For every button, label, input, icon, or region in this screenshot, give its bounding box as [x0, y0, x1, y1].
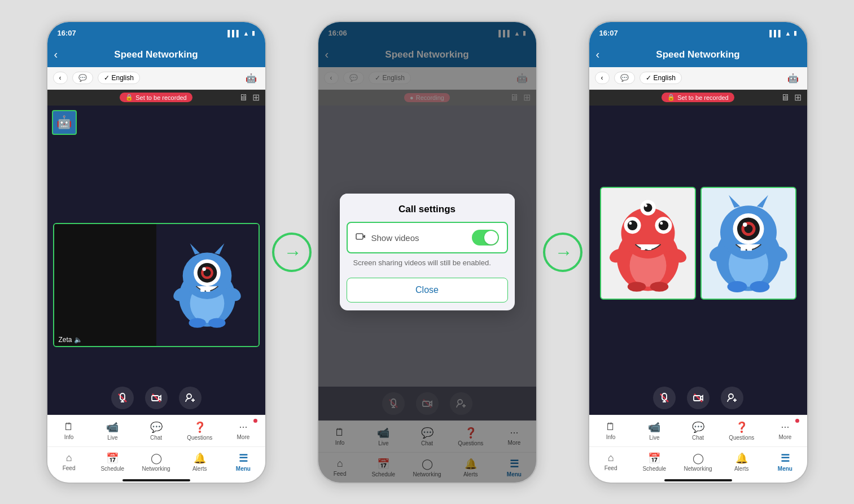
nav-feed-label-right: Feed — [605, 465, 617, 471]
tab-info-label-right: Info — [606, 434, 616, 440]
svg-point-36 — [658, 221, 668, 231]
dialog-title: Call settings — [340, 194, 515, 222]
svg-rect-56 — [741, 244, 746, 251]
svg-marker-13 — [214, 243, 224, 255]
avatar-icon-left[interactable]: 🤖 — [243, 72, 260, 85]
toolbar-left: ‹ 💬 ✓ English 🤖 — [47, 67, 265, 90]
nav-menu-left[interactable]: ☰ Menu — [221, 447, 265, 477]
nav-feed-left[interactable]: ⌂ Feed — [47, 447, 91, 477]
battery-icon: ▮ — [252, 29, 255, 37]
checkmark-icon: ✓ — [104, 74, 110, 82]
nav-feed-right[interactable]: ⌂ Feed — [589, 447, 633, 477]
nav-menu-label-left: Menu — [236, 466, 251, 472]
back-button-left[interactable]: ‹ — [54, 48, 58, 61]
status-bar-right: 16:07 ▌▌▌ ▲ ▮ — [589, 22, 807, 42]
nav-networking-right[interactable]: ◯ Networking — [676, 447, 720, 477]
tab-chat-right[interactable]: 💬 Chat — [676, 415, 720, 446]
nav-alerts-label-right: Alerts — [734, 466, 749, 472]
svg-marker-61 — [757, 195, 768, 208]
svg-point-55 — [743, 222, 747, 227]
tab-questions-left[interactable]: ❓ Questions — [178, 415, 221, 446]
red-monster-box — [600, 187, 696, 300]
back-toolbar-left[interactable]: ‹ — [53, 72, 68, 84]
language-label-left: English — [112, 74, 134, 82]
camera-icon — [356, 231, 366, 244]
language-btn-left[interactable]: ✓ English — [98, 72, 140, 84]
show-videos-row: Show videos — [347, 222, 508, 253]
mute-video-btn-left[interactable] — [145, 387, 168, 409]
back-button-right[interactable]: ‹ — [596, 48, 600, 61]
mute-video-btn-right[interactable] — [687, 387, 710, 409]
phone-right: 16:07 ▌▌▌ ▲ ▮ ‹ Speed Networking ‹ 💬 ✓ E… — [588, 21, 808, 484]
add-user-btn-right[interactable] — [721, 387, 743, 409]
svg-marker-60 — [729, 195, 740, 208]
grid-icon-right[interactable]: ⊞ — [794, 92, 802, 103]
chat-toolbar-left[interactable]: 💬 — [72, 72, 93, 84]
dialog-overlay: Call settings Show videos Screen sharing… — [318, 22, 536, 483]
back-toolbar-right[interactable]: ‹ — [595, 72, 610, 84]
toggle-knob — [484, 231, 498, 244]
tab-bar-right: 🗒 Info 📹 Live 💬 Chat ❓ Questions ··· Mor… — [589, 415, 807, 446]
svg-point-33 — [627, 221, 637, 231]
screen-share-icon[interactable]: 🖥 — [239, 92, 248, 103]
dialog-note: Screen sharing videos will still be enab… — [340, 258, 515, 277]
add-user-btn-left[interactable] — [179, 387, 202, 409]
nav-alerts-left[interactable]: 🔔 Alerts — [178, 447, 221, 477]
header-title-left: Speed Networking — [114, 49, 198, 60]
tab-more-right[interactable]: ··· More — [763, 415, 807, 446]
blue-monster-svg-left — [170, 240, 244, 330]
video-area-left: 🤖 — [47, 106, 265, 381]
signal-icons-left: ▌▌▌ ▲ ▮ — [227, 29, 255, 37]
recording-right-icons-right: 🖥 ⊞ — [781, 92, 802, 103]
dialog-close-btn[interactable]: Close — [347, 278, 508, 303]
screen-share-icon-right[interactable]: 🖥 — [781, 92, 790, 103]
nav-schedule-right[interactable]: 📅 Schedule — [633, 447, 676, 477]
chat-toolbar-right[interactable]: 💬 — [614, 72, 635, 84]
call-settings-dialog: Call settings Show videos Screen sharing… — [340, 194, 515, 310]
grid-icon[interactable]: ⊞ — [252, 92, 260, 103]
signal-icon: ▌▌▌ — [227, 30, 240, 37]
alerts-nav-icon-right: 🔔 — [735, 452, 748, 464]
recording-badge-right: 🔒 Set to be recorded — [662, 93, 734, 102]
tab-questions-label-right: Questions — [729, 435, 754, 441]
nav-feed-label-left: Feed — [63, 465, 76, 471]
nav-schedule-left[interactable]: 📅 Schedule — [91, 447, 134, 477]
language-btn-right[interactable]: ✓ English — [640, 72, 682, 84]
nav-menu-right[interactable]: ☰ Menu — [763, 447, 807, 477]
tab-info-right[interactable]: 🗒 Info — [589, 415, 633, 446]
mute-mic-btn-left[interactable] — [111, 387, 134, 409]
avatar-icon-right[interactable]: 🤖 — [785, 72, 802, 85]
arrow-right-icon-1: → — [284, 243, 302, 261]
nav-alerts-right[interactable]: 🔔 Alerts — [720, 447, 763, 477]
recording-bar-left: 🔒 Set to be recorded 🖥 ⊞ — [47, 90, 265, 106]
schedule-nav-icon-left: 📅 — [106, 452, 119, 464]
nav-indicator-left — [122, 479, 190, 481]
svg-point-14 — [189, 318, 206, 327]
signal-icons-right: ▌▌▌ ▲ ▮ — [769, 29, 796, 37]
svg-point-37 — [660, 222, 663, 225]
show-videos-toggle[interactable] — [472, 230, 499, 246]
recording-right-icons-left: 🖥 ⊞ — [239, 92, 260, 103]
show-videos-label: Show videos — [371, 233, 466, 243]
tab-live-left[interactable]: 📹 Live — [91, 415, 134, 446]
svg-marker-12 — [190, 243, 200, 255]
tab-info-left[interactable]: 🗒 Info — [47, 415, 91, 446]
tab-live-right[interactable]: 📹 Live — [633, 415, 676, 446]
nav-alerts-label-left: Alerts — [192, 466, 207, 472]
arrow-2: → — [537, 233, 588, 272]
nav-networking-left[interactable]: ◯ Networking — [134, 447, 178, 477]
networking-nav-icon-left: ◯ — [151, 452, 162, 464]
svg-point-62 — [727, 281, 747, 292]
language-label-right: English — [654, 74, 676, 82]
tab-bar-left: 🗒 Info 📹 Live 💬 Chat ❓ Questions ··· Mor… — [47, 415, 265, 446]
tab-more-left[interactable]: ··· More — [221, 415, 265, 446]
mute-mic-btn-right[interactable] — [653, 387, 676, 409]
tab-questions-right[interactable]: ❓ Questions — [720, 415, 763, 446]
arrow-circle-1: → — [272, 233, 312, 272]
networking-nav-icon-right: ◯ — [693, 452, 704, 464]
recording-bar-right: 🔒 Set to be recorded 🖥 ⊞ — [589, 90, 807, 106]
tab-chat-left[interactable]: 💬 Chat — [134, 415, 178, 446]
chat-tab-icon-right: 💬 — [692, 421, 704, 433]
arrow-circle-2: → — [543, 233, 583, 272]
more-tab-icon-right: ··· — [781, 421, 789, 433]
